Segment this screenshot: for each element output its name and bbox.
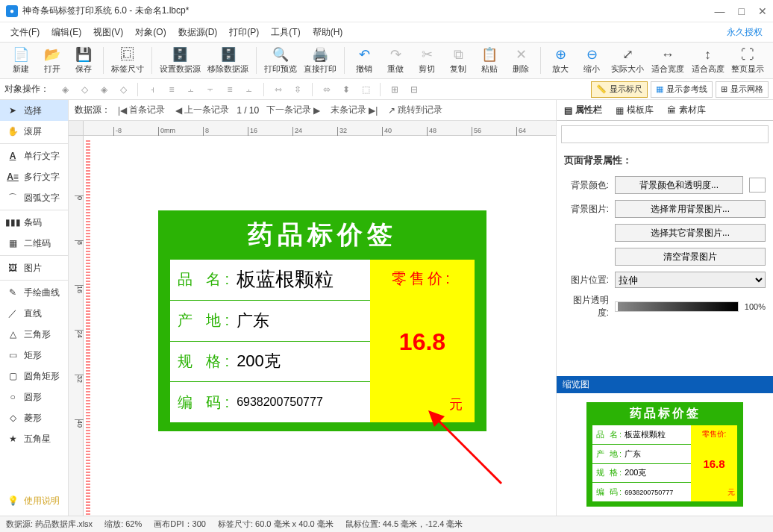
tool-roundrect[interactable]: ▢圆角矩形 bbox=[0, 366, 68, 387]
bgimg-other-button[interactable]: 选择其它背景图片... bbox=[615, 224, 766, 242]
menu-file[interactable]: 文件(F) bbox=[4, 24, 46, 41]
fitheight-button[interactable]: ↕适合高度 bbox=[689, 43, 727, 78]
redo-button[interactable]: ↷重做 bbox=[381, 43, 410, 78]
zoomout-button[interactable]: ⊖缩小 bbox=[577, 43, 607, 78]
dist-h-icon[interactable]: ⇿ bbox=[270, 81, 287, 98]
align-bottom-icon[interactable]: ⫠ bbox=[241, 81, 257, 98]
tool-line[interactable]: ／直线 bbox=[0, 303, 68, 324]
menu-edit[interactable]: 编辑(E) bbox=[46, 24, 87, 41]
guide-icon: ▦ bbox=[656, 84, 663, 94]
layer-front-icon[interactable]: ◈ bbox=[57, 81, 73, 98]
bgcolor-swatch[interactable] bbox=[749, 178, 766, 193]
bgimg-common-button[interactable]: 选择常用背景图片... bbox=[615, 200, 766, 218]
label-row-name[interactable]: 品 名: 板蓝根颗粒 bbox=[170, 260, 370, 301]
tool-rect[interactable]: ▭矩形 bbox=[0, 345, 68, 366]
bgimg-clear-button[interactable]: 清空背景图片 bbox=[615, 248, 766, 266]
tool-star[interactable]: ★五角星 bbox=[0, 428, 68, 449]
samew-icon[interactable]: ⬄ bbox=[319, 81, 335, 98]
search-input[interactable] bbox=[561, 125, 769, 143]
goto-record-button[interactable]: ↗跳转到记录 bbox=[385, 102, 445, 118]
tab-properties[interactable]: ▤属性栏 bbox=[561, 101, 605, 119]
show-guides-toggle[interactable]: ▦显示参考线 bbox=[651, 81, 713, 98]
tab-assets[interactable]: 🏛素材库 bbox=[664, 101, 709, 119]
layer-down-icon[interactable]: ◇ bbox=[115, 81, 131, 98]
tool-diamond[interactable]: ◇菱形 bbox=[0, 407, 68, 428]
tool-multi-text[interactable]: A≡多行文字 bbox=[0, 166, 68, 187]
tool-help[interactable]: 💡使用说明 bbox=[0, 490, 66, 511]
new-button[interactable]: 📄新建 bbox=[6, 43, 36, 78]
minimize-button[interactable]: — bbox=[715, 5, 725, 17]
save-button[interactable]: 💾保存 bbox=[69, 43, 98, 78]
tool-image[interactable]: 🖼图片 bbox=[0, 257, 68, 278]
set-datasource-button[interactable]: 🗄️设置数据源 bbox=[157, 43, 204, 78]
status-zoom: 缩放: 62% bbox=[104, 519, 142, 530]
tool-pan[interactable]: ✋滚屏 bbox=[0, 121, 68, 142]
menu-print[interactable]: 打印(P) bbox=[223, 24, 265, 41]
layer-up-icon[interactable]: ◈ bbox=[96, 81, 112, 98]
align-middle-icon[interactable]: ≡ bbox=[222, 81, 238, 98]
label-row-code[interactable]: 编 码: 6938200750777 bbox=[170, 382, 370, 422]
close-button[interactable]: ✕ bbox=[758, 5, 767, 17]
tool-arc-text[interactable]: ⌒圆弧文字 bbox=[0, 187, 68, 208]
actualsize-button[interactable]: ⤢实际大小 bbox=[608, 43, 647, 78]
copy-button[interactable]: ⧉复制 bbox=[443, 43, 473, 78]
print-button[interactable]: 🖨️直接打印 bbox=[301, 43, 340, 78]
show-grid-toggle[interactable]: ⊞显示网格 bbox=[716, 81, 769, 98]
objbar-label: 对象操作： bbox=[4, 83, 49, 96]
align-left-icon[interactable]: ⫞ bbox=[144, 81, 160, 98]
menu-tools[interactable]: 工具(T) bbox=[265, 24, 306, 41]
label-row-origin[interactable]: 产 地: 广东 bbox=[170, 301, 370, 342]
fitpage-button[interactable]: ⛶整页显示 bbox=[728, 43, 767, 78]
image-icon: 🖼 bbox=[6, 261, 19, 275]
layer-back-icon[interactable]: ◇ bbox=[76, 81, 93, 98]
menu-object[interactable]: 对象(O) bbox=[129, 24, 172, 41]
paste-button[interactable]: 📋粘贴 bbox=[475, 43, 504, 78]
tool-single-text[interactable]: A单行文字 bbox=[0, 145, 68, 166]
menu-help[interactable]: 帮助(H) bbox=[307, 24, 349, 41]
tool-triangle[interactable]: △三角形 bbox=[0, 324, 68, 345]
menu-datasource[interactable]: 数据源(D) bbox=[172, 24, 224, 41]
align-top-icon[interactable]: ⫟ bbox=[202, 81, 219, 98]
align-center-icon[interactable]: ≡ bbox=[163, 81, 180, 98]
tool-barcode[interactable]: ▮▮▮条码 bbox=[0, 212, 68, 233]
open-button[interactable]: 📂打开 bbox=[37, 43, 67, 78]
preview-thumbnail: 药品标价签 品 名:板蓝根颗粒 产 地:广东 规 格:200克 编 码:6938… bbox=[586, 402, 743, 507]
delete-button[interactable]: ✕删除 bbox=[506, 43, 536, 78]
prev-record-button[interactable]: ◀上一条记录 bbox=[172, 102, 232, 118]
app-icon: ● bbox=[6, 5, 18, 17]
dist-v-icon[interactable]: ⇳ bbox=[290, 81, 306, 98]
label-title[interactable]: 药品标价签 bbox=[170, 218, 475, 252]
label-design[interactable]: 药品标价签 品 名: 板蓝根颗粒 产 地: 广东 bbox=[158, 210, 486, 431]
next-record-button[interactable]: 下一条记录▶ bbox=[263, 102, 323, 118]
group-icon[interactable]: ⊞ bbox=[386, 81, 403, 98]
fitwidth-button[interactable]: ↔适合宽度 bbox=[648, 43, 687, 78]
undo-button[interactable]: ↶撤销 bbox=[349, 43, 379, 78]
sameh-icon[interactable]: ⬍ bbox=[338, 81, 354, 98]
zoomin-button[interactable]: ⊕放大 bbox=[545, 43, 575, 78]
label-row-spec[interactable]: 规 格: 200克 bbox=[170, 342, 370, 383]
maximize-button[interactable]: □ bbox=[739, 5, 745, 17]
first-record-button[interactable]: |◀首条记录 bbox=[115, 102, 168, 118]
opacity-slider[interactable] bbox=[615, 301, 739, 312]
last-record-button[interactable]: 末条记录▶| bbox=[328, 102, 381, 118]
tool-select[interactable]: ➤选择 bbox=[0, 100, 68, 121]
canvas[interactable]: 药品标价签 品 名: 板蓝根颗粒 产 地: 广东 bbox=[84, 136, 556, 516]
tab-templates[interactable]: ▦模板库 bbox=[613, 101, 657, 119]
menu-view[interactable]: 视图(V) bbox=[87, 24, 129, 41]
show-ruler-toggle[interactable]: 📏显示标尺 bbox=[591, 81, 648, 98]
imgpos-select[interactable]: 拉伸 bbox=[615, 272, 766, 288]
labelsize-button[interactable]: ⿴标签尺寸 bbox=[108, 43, 147, 78]
tool-qrcode[interactable]: ▦二维码 bbox=[0, 233, 68, 254]
label-price-block[interactable]: 零售价: 16.8 元 bbox=[370, 260, 475, 422]
align-right-icon[interactable]: ⫠ bbox=[183, 81, 199, 98]
preview-button[interactable]: 🔍打印预览 bbox=[261, 43, 300, 78]
ungroup-icon[interactable]: ⊟ bbox=[406, 81, 422, 98]
price-label: 零售价: bbox=[392, 269, 453, 289]
bgcolor-button[interactable]: 背景颜色和透明度... bbox=[615, 176, 743, 194]
bulb-icon: 💡 bbox=[6, 494, 19, 507]
cut-button[interactable]: ✂剪切 bbox=[412, 43, 442, 78]
tool-freehand[interactable]: ✎手绘曲线 bbox=[0, 282, 68, 303]
tool-circle[interactable]: ○圆形 bbox=[0, 387, 68, 407]
remove-datasource-button[interactable]: 🗄️移除数据源 bbox=[204, 43, 251, 78]
samesize-icon[interactable]: ⬚ bbox=[357, 81, 374, 98]
